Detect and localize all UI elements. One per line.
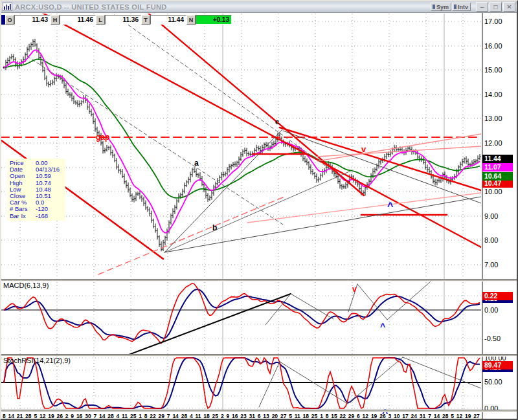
date-tick: 17 — [402, 413, 408, 420]
panel-separator-2[interactable] — [1, 354, 518, 357]
date-tick: 23 — [240, 413, 246, 420]
info-row: Bar Ix-168 — [10, 213, 63, 219]
date-tick: 14 — [99, 413, 105, 420]
axis-tick: 12.00 — [484, 139, 502, 147]
date-tick: 1 — [320, 413, 323, 420]
date-tick: 16 — [232, 413, 238, 420]
axis-tick: 15.00 — [484, 66, 502, 74]
svg-text:v: v — [352, 285, 357, 294]
date-tick: 14 — [8, 413, 14, 420]
price-badge: 0.22 — [482, 292, 513, 300]
quote-field-label-H: H — [51, 15, 60, 25]
axis-tick: 9.00 — [484, 212, 498, 220]
date-tick: 19 — [371, 413, 377, 420]
date-tick: 5 — [451, 413, 454, 420]
svg-text:v: v — [361, 144, 366, 154]
quote-field-value-H: 11.46 — [60, 15, 96, 25]
date-tick: 28 — [25, 413, 31, 420]
date-tick: 29 — [159, 413, 164, 420]
date-tick: 9 — [71, 413, 74, 420]
axis-tick: 14.00 — [484, 91, 502, 98]
price-badge: 10.64 — [482, 172, 513, 181]
date-tick: 5 — [289, 413, 292, 420]
axis-tick: 0.00 — [484, 306, 498, 314]
data-window-info-box: Price0.00Date04/13/16Open10.59High10.74L… — [7, 159, 65, 221]
axis-tick: 8.00 — [484, 236, 498, 244]
date-tick: 12 — [363, 413, 368, 420]
date-tick: 7 — [167, 413, 170, 420]
date-tick: 14 — [172, 413, 178, 420]
date-tick: 22 — [340, 413, 346, 420]
date-tick: 3 — [388, 413, 391, 420]
date-tick: 18 — [203, 413, 209, 420]
date-tick: 25 — [311, 413, 317, 420]
axis-tick: 17.00 — [484, 17, 502, 25]
date-tick: 9 — [226, 413, 229, 420]
date-tick: 12 — [456, 413, 462, 420]
quote-field-label-O: O — [5, 15, 14, 25]
quote-field-value-N: +0.13 — [196, 15, 232, 25]
axis-tick: 50.00 — [484, 378, 502, 386]
date-tick: 15 — [331, 413, 337, 420]
stochrsi-label: StochRSI(14,21(2),9) — [3, 357, 71, 364]
date-tick: 30 — [85, 413, 91, 420]
date-tick: 7 — [93, 413, 96, 420]
date-tick: 11 — [196, 413, 201, 420]
date-tick: 31 — [420, 413, 425, 420]
date-tick: 6 — [357, 413, 360, 420]
date-tick: 28 — [442, 413, 448, 420]
axis-tick: 16.00 — [484, 42, 502, 50]
svg-text:b: b — [212, 223, 217, 232]
date-tick: 26 — [379, 413, 385, 420]
date-tick: 26 — [57, 413, 63, 420]
quote-field-value-L: 11.36 — [105, 15, 141, 25]
quote-field-value-T: 11.44 — [150, 15, 186, 25]
date-tick: 25 — [130, 413, 136, 420]
date-tick: 28 — [181, 413, 187, 420]
svg-text:^: ^ — [387, 201, 393, 212]
date-tick: 2 — [221, 413, 224, 420]
date-tick: 4 — [190, 413, 193, 420]
quote-field-label-L: L — [96, 15, 105, 25]
date-tick: 16 — [76, 413, 82, 420]
quote-bar: O11.43H11.46L11.36T11.44N+0.13 — [1, 15, 232, 25]
date-tick: 5 — [34, 413, 37, 420]
panel-separator-1[interactable] — [1, 279, 518, 282]
date-tick: 7 — [428, 413, 431, 420]
price-badge: 11.44 — [482, 155, 513, 163]
price-badge: 11.07 — [482, 163, 513, 171]
chart-canvas[interactable]: gapabcv^v^^ — [1, 1, 518, 420]
date-tick: 31 — [249, 413, 255, 420]
date-tick: 8 — [144, 413, 148, 420]
date-tick: 21 — [17, 413, 23, 420]
quote-field-label-N: N — [186, 15, 196, 25]
macd-label: MACD(6,13,9) — [3, 282, 49, 289]
date-tick: 27 — [280, 413, 286, 420]
date-tick: 6 — [258, 413, 261, 420]
chart-window: ARCX:USO,D -- UNITED STATES OIL FUND Sym… — [0, 0, 518, 420]
date-tick: 1 — [139, 413, 142, 420]
date-tick: 2 — [65, 413, 69, 420]
date-tick: 8 — [326, 413, 329, 420]
date-tick: 13 — [263, 413, 269, 420]
date-tick: 14 — [434, 413, 440, 420]
date-tick: 19 — [465, 413, 471, 420]
axis-tick: -0.50 — [484, 335, 501, 342]
date-tick: 11 — [295, 413, 300, 420]
date-tick: 4 — [117, 413, 120, 420]
date-tick: 20 — [272, 413, 278, 420]
date-tick: 25 — [212, 413, 218, 420]
date-tick: 28 — [107, 413, 113, 420]
quote-field-value-O: 11.43 — [14, 15, 51, 25]
svg-text:c: c — [275, 118, 279, 126]
date-tick: 18 — [303, 413, 309, 420]
axis-tick: 7.00 — [484, 261, 498, 269]
quote-field-label-T: T — [141, 15, 150, 25]
date-tick: 12 — [39, 413, 45, 420]
svg-text:a: a — [194, 159, 199, 168]
date-tick: 19 — [48, 413, 54, 420]
svg-text:gap: gap — [96, 133, 109, 142]
date-tick: 11 — [122, 413, 128, 420]
date-tick: 22 — [150, 413, 155, 420]
date-tick: 24 — [411, 413, 417, 420]
